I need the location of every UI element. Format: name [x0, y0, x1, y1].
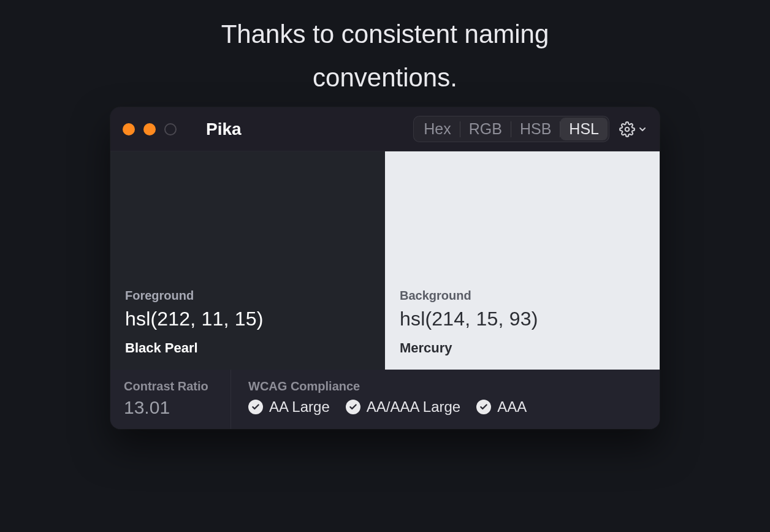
format-tab-hsl[interactable]: HSL — [560, 118, 608, 140]
background-value: hsl(214, 15, 93) — [400, 308, 645, 330]
format-tab-hsb[interactable]: HSB — [511, 118, 560, 140]
wcag-box: WCAG Compliance AA Large AA/AAA Large — [231, 370, 660, 429]
contrast-label: Contrast Ratio — [124, 379, 217, 393]
heading-line-1: Thanks to consistent naming — [221, 20, 549, 48]
wcag-badge-aa-aaa-large: AA/AAA Large — [346, 398, 460, 416]
foreground-swatch[interactable]: Foreground hsl(212, 11, 15) Black Pearl — [110, 151, 385, 370]
foreground-label: Foreground — [125, 289, 370, 303]
wcag-label: WCAG Compliance — [248, 379, 642, 393]
wcag-badge-aa-large: AA Large — [248, 398, 330, 416]
background-color-name: Mercury — [400, 340, 645, 356]
check-icon — [248, 400, 263, 414]
traffic-lights — [123, 123, 177, 135]
check-icon — [476, 400, 491, 414]
app-title: Pika — [206, 120, 242, 139]
background-swatch[interactable]: Background hsl(214, 15, 93) Mercury — [385, 151, 660, 370]
wcag-badge-aaa: AAA — [476, 398, 527, 416]
chevron-down-icon — [638, 124, 647, 134]
app-window: Pika Hex RGB HSB HSL — [110, 107, 660, 429]
window-zoom-button[interactable] — [164, 123, 177, 135]
swatches: Foreground hsl(212, 11, 15) Black Pearl … — [110, 151, 660, 370]
wcag-badges: AA Large AA/AAA Large AAA — [248, 398, 642, 416]
contrast-box: Contrast Ratio 13.01 — [110, 370, 231, 429]
check-icon — [346, 400, 360, 414]
settings-button[interactable] — [619, 121, 647, 137]
svg-point-0 — [625, 127, 630, 131]
wcag-badge-label: AA/AAA Large — [367, 398, 460, 416]
contrast-value: 13.01 — [124, 397, 217, 418]
page-heading: Thanks to consistent naming conventions. — [0, 12, 770, 100]
footer: Contrast Ratio 13.01 WCAG Compliance AA … — [110, 370, 660, 429]
format-tab-rgb[interactable]: RGB — [460, 118, 511, 140]
foreground-value: hsl(212, 11, 15) — [125, 308, 370, 330]
window-minimize-button[interactable] — [143, 123, 156, 135]
gear-icon — [619, 121, 635, 137]
foreground-color-name: Black Pearl — [125, 340, 370, 356]
heading-line-2: conventions. — [313, 63, 457, 92]
wcag-badge-label: AA Large — [269, 398, 330, 416]
format-tab-hex[interactable]: Hex — [415, 118, 459, 140]
wcag-badge-label: AAA — [497, 398, 527, 416]
window-close-button[interactable] — [123, 123, 135, 135]
background-label: Background — [400, 289, 645, 303]
titlebar: Pika Hex RGB HSB HSL — [110, 107, 660, 151]
color-format-segment: Hex RGB HSB HSL — [413, 116, 609, 142]
